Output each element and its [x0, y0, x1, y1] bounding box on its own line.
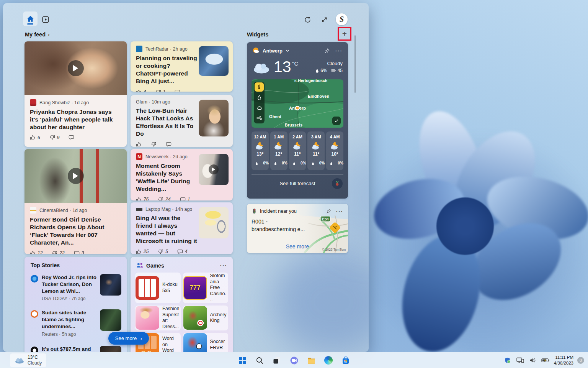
play-button[interactable] [68, 60, 84, 76]
battery-tray-icon[interactable] [541, 355, 550, 366]
dislike-button[interactable]: 9 [49, 135, 60, 140]
headline[interactable]: Moment Groom Mistakenly Says 'Waffle Lif… [136, 162, 197, 193]
game-tile-slotomania[interactable]: 777Slotomania – Free Casino... [183, 273, 229, 303]
feed-card-techradar[interactable]: TechRadar · 2h ago Planning on traveling… [131, 41, 233, 92]
like-button[interactable]: 12 [30, 250, 42, 254]
game-label: Soccer FRVR [210, 339, 228, 351]
chevron-down-icon[interactable] [285, 48, 290, 53]
add-widget-button[interactable]: + [339, 28, 350, 39]
file-explorer-button[interactable] [305, 355, 317, 366]
story-headline[interactable]: It's out $787.5m and top host Tucker Car… [42, 346, 96, 352]
my-feed-header[interactable]: My feed› [25, 31, 50, 38]
dislike-button[interactable]: 24 [158, 197, 170, 200]
acrylic-glow [271, 248, 369, 352]
incident-menu-button[interactable]: ··· [336, 209, 343, 214]
plant-badge-icon[interactable] [332, 178, 343, 189]
profile-avatar[interactable]: S [336, 13, 348, 25]
comment-button[interactable]: 4 [177, 249, 188, 254]
weather-menu-button[interactable]: ··· [335, 48, 343, 54]
feed-card-newsweek[interactable]: N Newsweek · 2d ago Moment Groom Mistake… [131, 149, 233, 200]
comment-button[interactable]: 3 [74, 250, 84, 254]
see-full-forecast-link[interactable]: See full forecast [279, 181, 315, 186]
comment-button[interactable] [166, 141, 172, 147]
security-shield-tray-icon[interactable] [503, 355, 512, 366]
hour-cell[interactable]: 12 AM 13° 0% [252, 131, 269, 170]
chat-button[interactable] [288, 355, 300, 366]
story-item[interactable]: Roy Wood Jr. rips into Tucker Carlson, D… [24, 271, 127, 304]
scrollbar[interactable] [354, 35, 356, 93]
task-view-button[interactable] [271, 355, 283, 366]
dislike-button[interactable]: 5 [158, 249, 168, 254]
tab-video[interactable] [42, 16, 49, 23]
comment-button[interactable] [69, 135, 74, 140]
headline[interactable]: The Low-Bun Hair Hack That Looks As Effo… [136, 107, 197, 138]
like-count: 6 [38, 135, 40, 140]
comment-button[interactable] [175, 89, 180, 92]
pin-icon[interactable] [326, 209, 331, 214]
hour-cell[interactable]: 2 AM 11° 0% [289, 131, 306, 170]
incident-description[interactable]: R001 - brandbescherming e... [252, 218, 313, 233]
game-tile-archery[interactable]: Archery King [183, 306, 229, 330]
headline[interactable]: Bing AI was the friend I always wanted —… [136, 214, 197, 245]
weather-location[interactable]: Antwerp [263, 48, 283, 54]
games-menu-button[interactable]: ··· [220, 263, 227, 268]
taskbar-clock[interactable]: 11:11 PM 4/30/2023 [554, 355, 573, 366]
thumb-up-icon [136, 249, 142, 254]
precipitation-icon [330, 162, 333, 165]
like-button[interactable]: 76 [136, 197, 149, 200]
article-video-thumbnail [24, 41, 127, 95]
search-button[interactable] [254, 355, 265, 366]
refresh-button[interactable] [304, 16, 312, 24]
start-button[interactable] [237, 355, 248, 366]
like-button[interactable]: 6 [30, 135, 40, 140]
like-button[interactable]: 25 [136, 249, 149, 254]
tab-home[interactable] [23, 12, 38, 26]
comment-button[interactable]: 1 [180, 197, 190, 200]
hour-cell[interactable]: 3 AM 11° 0% [307, 131, 325, 170]
dislike-button[interactable] [151, 141, 157, 147]
weather-map[interactable]: s-Hertogenbosch Eindhoven Antwerp Ghent … [252, 79, 343, 128]
story-headline[interactable]: Roy Wood Jr. rips into Tucker Carlson, D… [42, 274, 96, 294]
map-expand-button[interactable] [332, 117, 341, 125]
story-item[interactable]: It's out $787.5m and top host Tucker Car… [24, 343, 127, 352]
story-headline[interactable]: Sudan sides trade blame as fighting unde… [42, 309, 96, 330]
engagement-row [136, 141, 227, 147]
video-tab-icon [42, 16, 49, 23]
comment-count: 3 [82, 250, 84, 254]
pin-icon[interactable] [324, 48, 330, 54]
precipitation-layer-button[interactable] [255, 93, 264, 102]
temperature-layer-button[interactable] [255, 82, 264, 92]
notification-count-badge[interactable]: 0 [577, 357, 584, 364]
hour-cell[interactable]: 1 AM 12° 0% [270, 131, 287, 170]
cloudy-icon [252, 61, 271, 74]
expand-button[interactable] [321, 16, 328, 24]
like-button[interactable] [136, 141, 142, 147]
play-button[interactable] [209, 164, 219, 174]
hour-cell[interactable]: 4 AM 10° 0% [326, 131, 343, 170]
feed-card-priyanka[interactable]: Bang Showbiz · 1d ago Priyanka Chopra Jo… [24, 41, 127, 147]
game-tile-fashion[interactable]: Fashion Superstar: Dress... [135, 306, 181, 330]
game-tile-soccer[interactable]: Soccer FRVR [183, 333, 229, 352]
game-tile-kdoku[interactable]: K-doku 5x5 [135, 273, 181, 303]
dislike-button[interactable]: 1 [155, 89, 166, 92]
play-button[interactable] [68, 168, 84, 184]
headline[interactable]: Priyanka Chopra Jonas says it's 'painful… [30, 108, 121, 131]
headline[interactable]: Planning on traveling or cooking? ChatGP… [136, 54, 197, 85]
taskbar-weather-widget[interactable]: 13°C Cloudy [10, 353, 46, 367]
headline[interactable]: Former Bond Girl Denise Richards Opens U… [30, 216, 121, 247]
wind-layer-button[interactable] [255, 113, 264, 123]
dislike-button[interactable]: 22 [52, 250, 64, 254]
cloud-layer-button[interactable] [255, 103, 264, 112]
like-count: 25 [144, 249, 149, 254]
feed-card-cinemablend[interactable]: CinemaBlend · 1d ago Former Bond Girl De… [24, 149, 127, 254]
like-button[interactable]: 4 [136, 89, 146, 92]
feed-card-laptopmag[interactable]: Laptop Mag · 14h ago Bing AI was the fri… [131, 202, 233, 254]
volume-tray-icon[interactable] [529, 355, 537, 366]
feed-card-glam[interactable]: Glam · 10m ago The Low-Bun Hair Hack Tha… [131, 95, 233, 147]
cast-device-tray-icon[interactable] [516, 355, 525, 366]
article-video-thumbnail [199, 154, 229, 185]
see-more-button[interactable]: See more› [108, 332, 149, 345]
teams-chat-icon [290, 356, 299, 365]
microsoft-store-button[interactable] [340, 355, 351, 366]
edge-browser-button[interactable] [323, 355, 334, 366]
